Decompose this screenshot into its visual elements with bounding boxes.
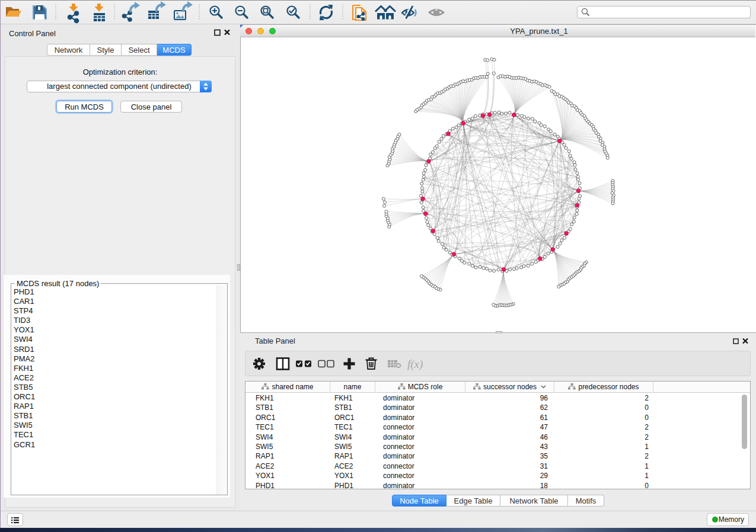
svg-text:f(x): f(x) bbox=[407, 358, 423, 371]
